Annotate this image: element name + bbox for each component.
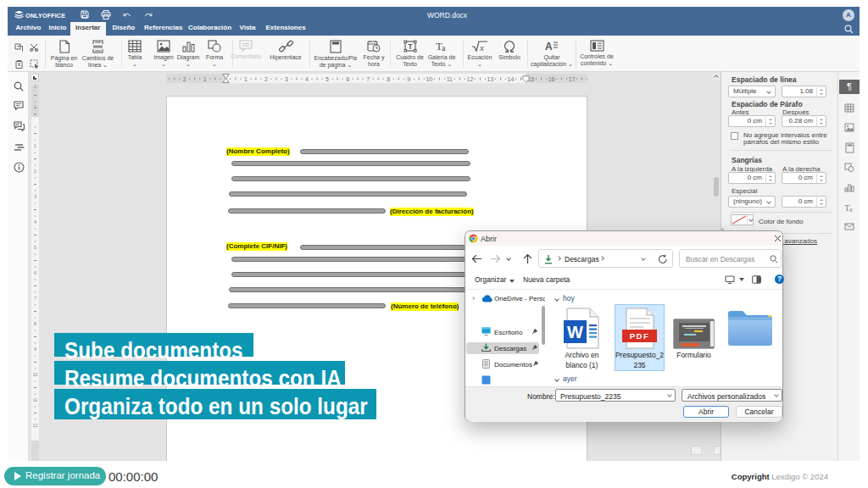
svg-text:13: 13 <box>487 76 494 82</box>
svg-text:6: 6 <box>346 76 349 82</box>
svg-text:12: 12 <box>467 76 474 82</box>
svg-text:7: 7 <box>34 296 36 301</box>
svg-text:9: 9 <box>407 76 410 82</box>
svg-text:2: 2 <box>183 76 186 82</box>
svg-text:17: 17 <box>569 76 576 82</box>
svg-text:8: 8 <box>387 76 390 82</box>
svg-text:A: A <box>545 41 553 53</box>
svg-text:2: 2 <box>34 85 36 89</box>
svg-text:14: 14 <box>508 76 515 82</box>
svg-text:1: 1 <box>34 104 36 109</box>
svg-text:1: 1 <box>244 76 248 82</box>
svg-text:7: 7 <box>366 76 370 82</box>
svg-text:x: x <box>479 42 484 53</box>
svg-text:16: 16 <box>548 76 555 82</box>
svg-text:5: 5 <box>326 76 329 82</box>
svg-text:W: W <box>567 323 583 341</box>
svg-text:9: 9 <box>34 347 36 352</box>
svg-text:T: T <box>408 42 413 51</box>
svg-text:10: 10 <box>426 76 432 82</box>
svg-text:a: a <box>849 206 853 213</box>
svg-text:1: 1 <box>203 76 207 82</box>
svg-text:11: 11 <box>33 397 38 402</box>
svg-text:2: 2 <box>34 169 36 174</box>
svg-text:8: 8 <box>34 321 36 326</box>
svg-text:1: 1 <box>34 143 36 148</box>
svg-text:a: a <box>442 43 446 53</box>
svg-text:10: 10 <box>32 372 37 377</box>
svg-text:12: 12 <box>32 423 37 428</box>
svg-text:4: 4 <box>34 219 36 225</box>
svg-text:11: 11 <box>447 76 453 82</box>
svg-text:4: 4 <box>305 76 309 82</box>
svg-text:3: 3 <box>34 194 36 199</box>
svg-text:5: 5 <box>34 245 36 250</box>
svg-text:3: 3 <box>285 76 288 82</box>
svg-text:6: 6 <box>34 270 36 275</box>
svg-text:2: 2 <box>264 76 268 82</box>
